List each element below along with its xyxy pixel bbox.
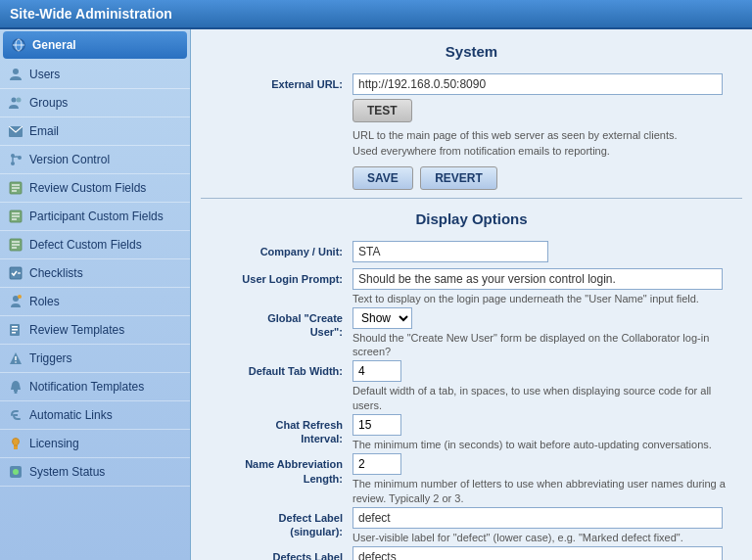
sidebar-label-system-status: System Status: [29, 465, 105, 479]
external-url-group: [352, 73, 742, 95]
tab-width-desc: Default width of a tab, in spaces, to us…: [352, 384, 742, 412]
sidebar-label-email: Email: [29, 124, 59, 138]
company-group: [352, 241, 742, 262]
sidebar-item-licensing[interactable]: Licensing: [0, 430, 190, 458]
login-prompt-input[interactable]: [352, 268, 723, 290]
sidebar-label-version-control: Version Control: [29, 153, 110, 166]
sidebar-label-defect-custom-fields: Defect Custom Fields: [29, 238, 142, 252]
tab-width-label: Default Tab Width:: [201, 360, 352, 378]
name-abbrev-input[interactable]: [352, 453, 401, 475]
sidebar-item-notification-templates[interactable]: Notification Templates: [0, 373, 190, 401]
svg-rect-28: [12, 326, 18, 328]
sidebar-item-review-templates[interactable]: Review Templates: [0, 316, 190, 345]
company-input[interactable]: [352, 241, 548, 262]
sidebar-item-triggers[interactable]: Triggers: [0, 345, 190, 373]
login-prompt-label: User Login Prompt:: [201, 268, 352, 286]
tab-width-input[interactable]: [352, 360, 401, 382]
global-create-row: Global "CreateUser": Show Hide Should th…: [201, 307, 742, 359]
sidebar-item-defect-custom-fields[interactable]: Defect Custom Fields: [0, 231, 190, 259]
sidebar-item-users[interactable]: Users: [0, 61, 190, 89]
svg-point-8: [11, 162, 15, 165]
login-prompt-desc: Text to display on the login page undern…: [352, 292, 742, 305]
defect-plural-group: User-visible label for "defects" (lower …: [352, 546, 742, 560]
sidebar-item-general[interactable]: General: [3, 31, 187, 59]
sidebar-label-licensing: Licensing: [29, 437, 79, 450]
sidebar-item-version-control[interactable]: Version Control: [0, 146, 190, 174]
sidebar-label-review-custom-fields: Review Custom Fields: [29, 181, 146, 195]
user-icon: [8, 67, 24, 82]
link-icon: [8, 407, 24, 423]
roles-icon: [8, 294, 24, 309]
sidebar-label-triggers: Triggers: [29, 351, 72, 365]
main-container: General Users Groups: [0, 29, 752, 560]
login-prompt-group: Text to display on the login page undern…: [352, 268, 742, 305]
test-spacer: [201, 99, 352, 103]
section-divider: [201, 198, 742, 199]
defect-fields-icon: [8, 237, 24, 253]
branch-icon: [8, 152, 24, 167]
url-desc-2: Used everywhere from notification emails…: [352, 144, 742, 158]
checklist-icon: [8, 265, 24, 281]
test-button[interactable]: TEST: [352, 99, 412, 122]
defect-singular-desc: User-visible label for "defect" (lower c…: [352, 531, 742, 544]
chat-refresh-group: The minimum time (in seconds) to wait be…: [352, 414, 742, 451]
svg-point-4: [12, 98, 17, 103]
defect-singular-label: Defect Label(singular):: [201, 507, 352, 539]
site-header: Site-Wide Administration: [0, 0, 752, 29]
sidebar-label-users: Users: [29, 68, 60, 81]
sidebar-label-automatic-links: Automatic Links: [29, 408, 113, 422]
global-create-desc: Should the "Create New User" form be dis…: [352, 331, 742, 359]
sidebar-item-review-custom-fields[interactable]: Review Custom Fields: [0, 174, 190, 203]
sidebar-item-system-status[interactable]: System Status: [0, 458, 190, 487]
svg-rect-38: [14, 443, 18, 449]
sidebar-item-participant-custom-fields[interactable]: Participant Custom Fields: [0, 203, 190, 231]
status-icon: [8, 464, 24, 480]
url-desc-1: URL to the main page of this web server …: [352, 128, 742, 142]
sidebar-item-roles[interactable]: Roles: [0, 288, 190, 316]
save-revert-row: SAVE REVERT: [201, 166, 742, 190]
sidebar-label-notification-templates: Notification Templates: [29, 380, 144, 394]
revert-button[interactable]: REVERT: [420, 166, 497, 190]
sidebar-item-automatic-links[interactable]: Automatic Links: [0, 401, 190, 430]
tab-width-group: Default width of a tab, in spaces, to us…: [352, 360, 742, 412]
defect-plural-input[interactable]: [352, 546, 723, 560]
company-label: Company / Unit:: [201, 241, 352, 258]
name-abbrev-row: Name AbbreviationLength: The minimum num…: [201, 453, 742, 505]
global-create-label: Global "CreateUser":: [201, 307, 352, 340]
license-icon: [8, 436, 24, 451]
external-url-input[interactable]: [352, 73, 723, 95]
svg-point-33: [15, 361, 17, 363]
notification-icon: [8, 379, 24, 395]
svg-point-26: [18, 295, 22, 299]
company-row: Company / Unit:: [201, 241, 742, 262]
tab-width-row: Default Tab Width: Default width of a ta…: [201, 360, 742, 412]
defect-singular-row: Defect Label(singular): User-visible lab…: [201, 507, 742, 544]
name-abbrev-label: Name AbbreviationLength:: [201, 453, 352, 486]
review-templates-icon: [8, 322, 24, 338]
review-fields-icon: [8, 180, 24, 196]
url-desc-group: URL to the main page of this web server …: [352, 126, 742, 159]
defect-plural-label: Defects Label(plural):: [201, 546, 352, 560]
sidebar-label-groups: Groups: [29, 96, 68, 110]
save-button[interactable]: SAVE: [352, 166, 413, 190]
svg-rect-30: [12, 332, 16, 334]
url-desc-spacer: [201, 126, 352, 130]
sidebar-item-checklists[interactable]: Checklists: [0, 259, 190, 288]
defect-singular-group: User-visible label for "defect" (lower c…: [352, 507, 742, 544]
email-icon: [8, 123, 24, 139]
global-create-select[interactable]: Show Hide: [352, 307, 412, 329]
sidebar-label-review-templates: Review Templates: [29, 323, 124, 337]
login-prompt-row: User Login Prompt: Text to display on th…: [201, 268, 742, 305]
test-group: TEST: [352, 99, 742, 122]
url-desc-row: URL to the main page of this web server …: [201, 126, 742, 159]
global-create-group: Show Hide Should the "Create New User" f…: [352, 307, 742, 359]
sidebar-item-email[interactable]: Email: [0, 117, 190, 146]
site-title: Site-Wide Administration: [10, 6, 172, 22]
test-button-row: TEST: [201, 99, 742, 122]
sidebar-label-general: General: [32, 38, 76, 52]
chat-refresh-input[interactable]: [352, 414, 401, 436]
defect-singular-input[interactable]: [352, 507, 723, 529]
sidebar-item-groups[interactable]: Groups: [0, 89, 190, 117]
sidebar: General Users Groups: [0, 29, 191, 560]
svg-point-41: [13, 469, 19, 475]
